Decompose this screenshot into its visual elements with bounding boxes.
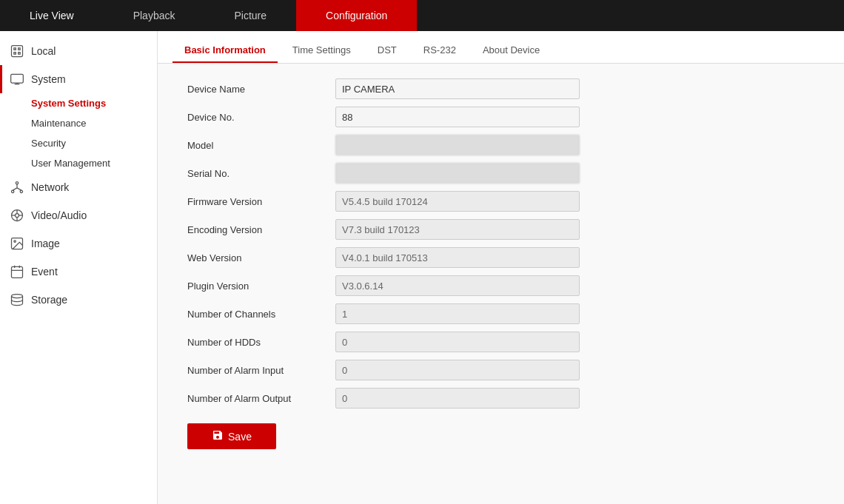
field-row-web-version: Web Version — [187, 247, 814, 268]
label-model: Model — [187, 140, 335, 151]
svg-rect-22 — [12, 266, 23, 278]
input-device-no[interactable] — [335, 107, 580, 127]
svg-rect-0 — [12, 46, 23, 57]
security-label: Security — [31, 138, 66, 149]
label-device-no: Device No. — [187, 112, 335, 123]
svg-rect-5 — [11, 74, 24, 83]
sidebar-subitem-system-settings[interactable]: System Settings — [0, 93, 157, 113]
input-num-alarm-input — [335, 360, 580, 380]
label-num-channels: Number of Channels — [187, 309, 335, 320]
sidebar-video-audio-label: Video/Audio — [31, 209, 87, 221]
field-row-num-alarm-output: Number of Alarm Output — [187, 388, 814, 409]
svg-point-15 — [16, 214, 19, 218]
svg-point-10 — [20, 190, 22, 192]
svg-rect-4 — [19, 53, 21, 55]
system-icon — [9, 71, 25, 87]
label-firmware-version: Firmware Version — [187, 196, 335, 207]
label-num-hdds: Number of HDDs — [187, 337, 335, 348]
svg-point-9 — [12, 190, 14, 192]
image-icon — [9, 235, 25, 252]
video-icon — [9, 207, 25, 224]
main-content: Basic Information Time Settings DST RS-2… — [158, 31, 844, 504]
top-navigation: Live View Playback Picture Configuration — [0, 0, 844, 31]
nav-playback[interactable]: Playback — [104, 0, 205, 31]
label-device-name: Device Name — [187, 84, 335, 95]
input-plugin-version — [335, 275, 580, 296]
input-num-alarm-output — [335, 388, 580, 409]
tab-dst[interactable]: DST — [366, 38, 409, 63]
system-settings-label: System Settings — [31, 98, 106, 109]
label-encoding-version: Encoding Version — [187, 224, 335, 235]
svg-line-13 — [17, 188, 21, 190]
sidebar-network-label: Network — [31, 181, 69, 193]
field-row-num-alarm-input: Number of Alarm Input — [187, 360, 814, 380]
sidebar-system-label: System — [31, 73, 66, 85]
sidebar-item-image[interactable]: Image — [0, 229, 157, 258]
sidebar-image-label: Image — [31, 238, 60, 249]
sidebar-item-video-audio[interactable]: Video/Audio — [0, 201, 157, 229]
field-row-serial-no: Serial No. — [187, 163, 814, 184]
sidebar-item-system[interactable]: System — [0, 65, 157, 93]
input-serial-no — [335, 163, 580, 184]
sidebar-item-network[interactable]: Network — [0, 173, 157, 201]
tab-rs232[interactable]: RS-232 — [412, 38, 468, 63]
main-layout: Local System System Settings Maintenance… — [0, 31, 844, 504]
tab-time-settings[interactable]: Time Settings — [281, 38, 363, 63]
nav-live-view[interactable]: Live View — [0, 0, 104, 31]
input-num-channels — [335, 303, 580, 324]
local-icon — [9, 43, 25, 59]
sidebar-subitem-security[interactable]: Security — [0, 133, 157, 153]
field-row-num-hdds: Number of HDDs — [187, 332, 814, 352]
maintenance-label: Maintenance — [31, 118, 86, 129]
sidebar-subitem-user-management[interactable]: User Management — [0, 153, 157, 173]
svg-rect-3 — [14, 53, 16, 55]
nav-configuration[interactable]: Configuration — [296, 0, 417, 31]
sidebar-event-label: Event — [31, 266, 58, 278]
field-row-encoding-version: Encoding Version — [187, 219, 814, 240]
input-num-hdds — [335, 332, 580, 352]
save-button-label: Save — [228, 431, 252, 443]
sidebar: Local System System Settings Maintenance… — [0, 31, 158, 504]
svg-point-8 — [16, 182, 18, 184]
field-row-plugin-version: Plugin Version — [187, 275, 814, 296]
event-icon — [9, 263, 25, 280]
svg-rect-2 — [19, 48, 21, 50]
input-model — [335, 135, 580, 155]
sidebar-item-event[interactable]: Event — [0, 258, 157, 286]
field-row-model: Model — [187, 135, 814, 155]
tab-bar: Basic Information Time Settings DST RS-2… — [158, 31, 844, 64]
field-row-device-no: Device No. — [187, 107, 814, 127]
sidebar-item-local[interactable]: Local — [0, 37, 157, 65]
sidebar-local-label: Local — [31, 45, 56, 57]
svg-rect-1 — [14, 48, 16, 50]
sidebar-subitem-maintenance[interactable]: Maintenance — [0, 113, 157, 133]
field-row-device-name: Device Name — [187, 78, 814, 99]
input-web-version — [335, 247, 580, 268]
nav-picture[interactable]: Picture — [204, 0, 296, 31]
label-num-alarm-output: Number of Alarm Output — [187, 393, 335, 404]
network-icon — [9, 179, 25, 195]
input-firmware-version — [335, 191, 580, 212]
storage-icon — [9, 292, 25, 308]
input-device-name[interactable] — [335, 78, 580, 99]
sidebar-item-storage[interactable]: Storage — [0, 286, 157, 314]
label-plugin-version: Plugin Version — [187, 280, 335, 292]
save-icon — [212, 429, 224, 443]
svg-point-26 — [12, 295, 23, 298]
svg-line-12 — [13, 188, 17, 190]
svg-point-21 — [14, 241, 16, 243]
field-row-num-channels: Number of Channels — [187, 303, 814, 324]
input-encoding-version — [335, 219, 580, 240]
field-row-firmware-version: Firmware Version — [187, 191, 814, 212]
basic-information-form: Device Name Device No. Model Serial No. … — [158, 64, 844, 464]
save-button[interactable]: Save — [187, 423, 276, 449]
label-num-alarm-input: Number of Alarm Input — [187, 365, 335, 376]
label-serial-no: Serial No. — [187, 168, 335, 179]
tab-basic-information[interactable]: Basic Information — [173, 38, 278, 63]
tab-about-device[interactable]: About Device — [471, 38, 552, 63]
sidebar-storage-label: Storage — [31, 294, 67, 306]
label-web-version: Web Version — [187, 252, 335, 263]
user-management-label: User Management — [31, 158, 110, 169]
